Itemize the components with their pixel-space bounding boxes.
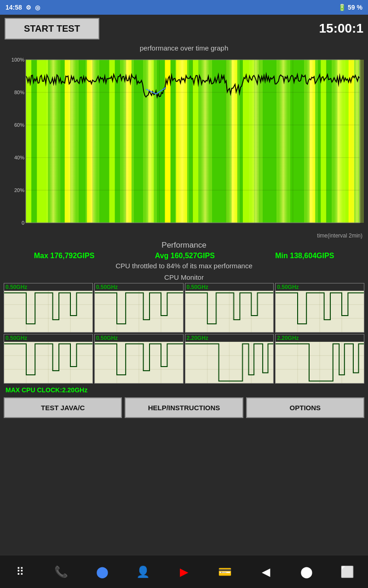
graph-section: performance over time graph time(interva…	[0, 42, 368, 239]
cpu-monitor-section: CPU Monitor 0.50GHz0.50GHz0.50GHz0.50GHz…	[0, 271, 368, 396]
cpu-cell-3: 0.50GHz	[275, 283, 364, 333]
home-icon[interactable]: ⬤	[299, 564, 315, 580]
battery-icon: 🔋	[338, 4, 346, 11]
start-test-button[interactable]: START TEST	[5, 18, 99, 40]
cpu-cell-7: 2.20GHz	[275, 334, 364, 384]
cpu-graph-area-2	[185, 291, 274, 332]
cpu-freq-label-1: 0.50GHz	[95, 283, 183, 291]
top-bar: START TEST 15:00:1	[0, 15, 368, 42]
cpu-freq-label-0: 0.50GHz	[4, 283, 92, 291]
contacts-icon[interactable]: 👤	[135, 564, 151, 580]
chrome-icon[interactable]: ⬤	[94, 564, 110, 580]
cpu-freq-label-5: 0.50GHz	[95, 334, 183, 342]
status-left: 14:58 ⚙ ◎	[6, 4, 40, 11]
apps-icon[interactable]: ⠿	[12, 564, 29, 580]
help-instructions-button[interactable]: HELP/INSTRUCTIONS	[125, 397, 243, 418]
cpu-cell-6: 2.20GHz	[185, 334, 274, 384]
perf-numbers: Max 176,792GIPS Avg 160,527GIPS Min 138,…	[4, 252, 364, 260]
cpu-cell-5: 0.50GHz	[94, 334, 184, 384]
phone-icon[interactable]: 📞	[53, 564, 69, 580]
battery-percent: 59 %	[348, 4, 362, 11]
status-time: 14:58	[6, 4, 22, 11]
cpu-graph-area-3	[276, 291, 364, 332]
settings-icon: ⚙	[26, 4, 31, 11]
test-java-c-button[interactable]: TEST JAVA/C	[4, 397, 122, 418]
perf-stats: Performance Max 176,792GIPS Avg 160,527G…	[0, 239, 368, 271]
cpu-graph-canvas-1	[95, 291, 183, 332]
options-button[interactable]: OPTIONS	[246, 397, 364, 418]
cpu-freq-label-4: 0.50GHz	[4, 334, 92, 342]
throttle-text: CPU throttled to 84% of its max performa…	[4, 262, 364, 270]
min-gips: Min 138,604GIPS	[275, 252, 334, 260]
cpu-freq-label-2: 0.50GHz	[185, 283, 274, 291]
cpu-graph-area-0	[4, 291, 92, 332]
cpu-grid: 0.50GHz0.50GHz0.50GHz0.50GHz0.50GHz0.50G…	[4, 283, 364, 384]
graph-time-label: time(interval 2min)	[4, 232, 364, 239]
cpu-graph-canvas-3	[276, 291, 364, 332]
max-gips: Max 176,792GIPS	[34, 252, 95, 260]
cpu-cell-4: 0.50GHz	[4, 334, 93, 384]
cpu-graph-canvas-4	[4, 342, 92, 383]
cpu-graph-canvas-0	[4, 291, 92, 332]
perf-section-label: Performance	[4, 241, 364, 250]
cpu-freq-label-7: 2.20GHz	[276, 334, 364, 342]
cpu-cell-1: 0.50GHz	[94, 283, 184, 333]
cpu-freq-label-6: 2.20GHz	[185, 334, 274, 342]
recents-icon[interactable]: ⬜	[339, 564, 356, 580]
status-right: 🔋 59 %	[338, 4, 362, 11]
graph-title: performance over time graph	[4, 44, 364, 52]
cpu-cell-0: 0.50GHz	[4, 283, 93, 333]
graph-container	[4, 53, 364, 232]
bottom-buttons: TEST JAVA/C HELP/INSTRUCTIONS OPTIONS	[0, 396, 368, 420]
cpu-graph-canvas-6	[185, 342, 274, 383]
back-icon[interactable]: ◀	[258, 564, 274, 580]
cpu-graph-canvas-2	[185, 291, 274, 332]
cpu-graph-area-5	[95, 342, 183, 383]
performance-graph-canvas	[4, 53, 364, 232]
cpu-cell-2: 0.50GHz	[185, 283, 274, 333]
nav-bar: ⠿ 📞 ⬤ 👤 ▶ 💳 ◀ ⬤ ⬜	[0, 555, 368, 588]
status-bar: 14:58 ⚙ ◎ 🔋 59 %	[0, 0, 368, 15]
cpu-graph-canvas-7	[276, 342, 364, 383]
main-content: performance over time graph time(interva…	[0, 42, 368, 555]
timer-display: 15:00:1	[319, 21, 363, 36]
cpu-graph-area-7	[276, 342, 364, 383]
youtube-icon[interactable]: ▶	[176, 564, 192, 580]
health-icon: ◎	[35, 4, 40, 11]
cpu-graph-area-1	[95, 291, 183, 332]
cpu-monitor-title: CPU Monitor	[4, 273, 364, 281]
max-cpu-label: MAX CPU CLOCK:2.20GHz	[4, 385, 364, 395]
wallet-icon[interactable]: 💳	[217, 564, 233, 580]
avg-gips: Avg 160,527GIPS	[155, 252, 215, 260]
cpu-graph-area-4	[4, 342, 92, 383]
cpu-freq-label-3: 0.50GHz	[276, 283, 364, 291]
cpu-graph-canvas-5	[95, 342, 183, 383]
cpu-graph-area-6	[185, 342, 274, 383]
